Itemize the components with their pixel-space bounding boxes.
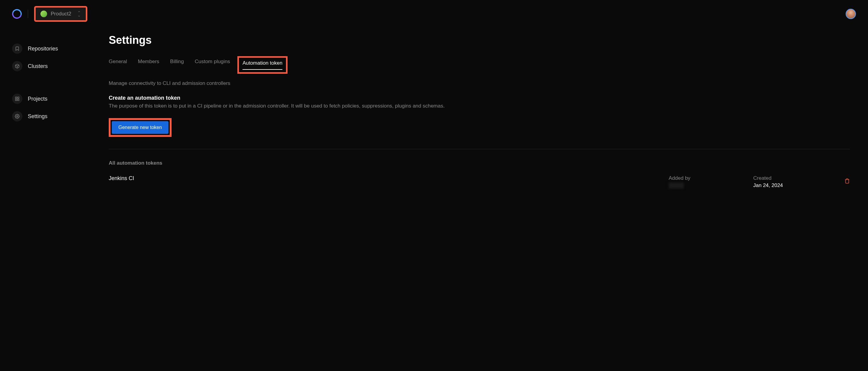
header-left: Product2 ⌃⌄ — [12, 6, 87, 22]
tab-automation-token-highlight: Automation token — [238, 56, 287, 74]
added-by-label: Added by — [669, 175, 753, 181]
product-selector[interactable]: Product2 ⌃⌄ — [34, 6, 87, 22]
tab-billing[interactable]: Billing — [170, 59, 184, 71]
sidebar-group-1: Repositories Clusters — [12, 40, 85, 75]
token-added-by-col: Added by — [669, 175, 753, 188]
create-token-heading: Create an automation token — [109, 95, 850, 101]
tab-general[interactable]: General — [109, 59, 127, 71]
sidebar-item-label: Repositories — [28, 45, 58, 52]
sidebar: Repositories Clusters Projects Settin — [0, 28, 97, 194]
sidebar-item-label: Clusters — [28, 63, 48, 69]
create-token-description: The purpose of this token is to put in a… — [109, 103, 850, 109]
token-row: Jenkins CI Added by Created Jan 24, 2024 — [109, 175, 850, 188]
tab-automation-token[interactable]: Automation token — [243, 60, 282, 70]
page-subtitle: Manage connectivity to CLI and admission… — [109, 80, 850, 86]
sidebar-item-settings[interactable]: Settings — [12, 107, 85, 125]
tokens-list-heading: All automation tokens — [109, 160, 850, 166]
header-divider — [28, 10, 28, 18]
product-icon — [40, 10, 47, 17]
sidebar-item-label: Projects — [28, 96, 48, 102]
sidebar-item-projects[interactable]: Projects — [12, 90, 85, 107]
product-name: Product2 — [51, 11, 71, 17]
logo-icon[interactable] — [10, 7, 24, 21]
token-created-col: Created Jan 24, 2024 — [753, 175, 838, 188]
header: Product2 ⌃⌄ — [0, 0, 868, 28]
generate-new-token-button[interactable]: Generate new token — [112, 121, 168, 134]
created-value: Jan 24, 2024 — [753, 183, 838, 188]
svg-rect-4 — [16, 99, 17, 101]
generate-button-highlight: Generate new token — [109, 118, 172, 137]
page-title: Settings — [109, 34, 850, 47]
avatar[interactable] — [846, 9, 856, 19]
svg-rect-2 — [18, 97, 19, 98]
sidebar-item-clusters[interactable]: Clusters — [12, 57, 85, 75]
cube-icon — [12, 61, 22, 71]
grid-icon — [12, 94, 22, 104]
sidebar-item-repositories[interactable]: Repositories — [12, 40, 85, 57]
tabs: General Members Billing Custom plugins A… — [109, 59, 850, 71]
created-label: Created — [753, 175, 838, 181]
sidebar-group-2: Projects Settings — [12, 90, 85, 125]
delete-token-button[interactable] — [838, 175, 850, 184]
section-divider — [109, 149, 850, 149]
sidebar-item-label: Settings — [28, 113, 48, 120]
trash-icon — [844, 178, 850, 184]
svg-rect-3 — [18, 99, 19, 101]
token-name: Jenkins CI — [109, 175, 669, 182]
svg-rect-1 — [16, 97, 17, 98]
added-by-value — [669, 183, 684, 188]
tab-members[interactable]: Members — [138, 59, 159, 71]
gear-icon — [12, 111, 22, 121]
svg-point-5 — [17, 116, 18, 117]
tab-custom-plugins[interactable]: Custom plugins — [195, 59, 230, 71]
bookmark-icon — [12, 43, 22, 54]
main-content: Settings General Members Billing Custom … — [97, 28, 868, 194]
chevron-up-down-icon: ⌃⌄ — [77, 11, 81, 16]
